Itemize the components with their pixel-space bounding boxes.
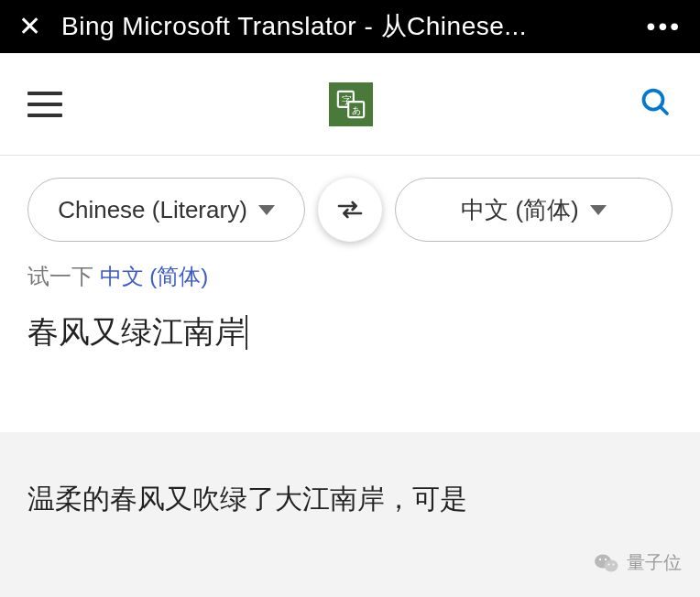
- menu-icon[interactable]: [27, 92, 62, 117]
- language-selector-row: Chinese (Literary) 中文 (简体): [0, 156, 700, 258]
- svg-text:字: 字: [342, 93, 352, 104]
- browser-bar: ✕ Bing Microsoft Translator - 从Chinese..…: [0, 0, 700, 53]
- source-language-label: Chinese (Literary): [58, 196, 247, 224]
- more-icon[interactable]: •••: [647, 12, 682, 41]
- watermark: 量子位: [594, 550, 682, 575]
- translated-text: 温柔的春风又吹绿了大江南岸，可是: [27, 478, 673, 519]
- svg-point-7: [605, 559, 618, 571]
- svg-point-11: [613, 563, 615, 565]
- app-header: 字 あ: [0, 53, 700, 156]
- wechat-icon: [594, 552, 619, 574]
- svg-point-10: [608, 563, 610, 565]
- close-icon[interactable]: ✕: [18, 13, 41, 40]
- target-language-label: 中文 (简体): [461, 194, 579, 226]
- watermark-text: 量子位: [627, 550, 682, 575]
- translator-logo[interactable]: 字 あ: [329, 82, 373, 126]
- svg-point-8: [599, 558, 601, 559]
- source-text-input[interactable]: 春风又绿江南岸: [0, 304, 700, 432]
- chevron-down-icon: [590, 205, 607, 215]
- page-title: Bing Microsoft Translator - 从Chinese...: [61, 9, 627, 44]
- try-suggestion: 试一下 中文 (简体): [0, 258, 700, 304]
- search-icon[interactable]: [640, 86, 673, 123]
- try-prefix: 试一下: [27, 264, 93, 288]
- svg-point-9: [605, 558, 607, 559]
- try-language-link[interactable]: 中文 (简体): [100, 264, 209, 288]
- source-text: 春风又绿江南岸: [27, 311, 246, 353]
- svg-text:あ: あ: [352, 104, 361, 114]
- svg-line-5: [661, 106, 668, 114]
- target-language-dropdown[interactable]: 中文 (简体): [395, 178, 673, 242]
- source-language-dropdown[interactable]: Chinese (Literary): [27, 178, 305, 242]
- chevron-down-icon: [258, 205, 275, 215]
- swap-languages-button[interactable]: [318, 178, 382, 242]
